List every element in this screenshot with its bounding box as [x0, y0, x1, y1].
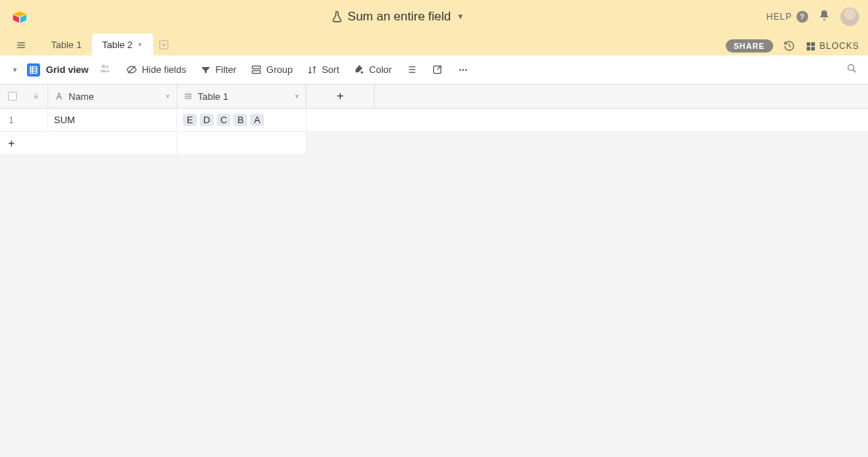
chevron-down-icon[interactable]: ▼ — [294, 93, 300, 100]
title-caret-icon: ▼ — [457, 12, 464, 20]
color-label: Color — [369, 64, 392, 75]
empty-cell — [177, 132, 306, 155]
topbar: Sum an entire field ▼ HELP ? — [0, 0, 868, 33]
svg-point-30 — [460, 69, 461, 70]
linked-record-chip[interactable]: A — [250, 114, 264, 126]
text-field-icon — [54, 91, 64, 101]
add-column-button[interactable]: + — [306, 85, 375, 108]
table-row[interactable]: 1 SUM E D C B A — [0, 109, 868, 132]
add-table-button[interactable] — [153, 34, 175, 55]
row-number[interactable]: 1 — [0, 109, 48, 131]
help-icon: ? — [797, 11, 808, 23]
linked-record-chip[interactable]: D — [200, 114, 214, 126]
add-row-area: + — [0, 132, 868, 155]
base-title: Sum an entire field — [348, 9, 452, 24]
help-button[interactable]: HELP ? — [767, 11, 808, 23]
share-button[interactable]: SHARE — [726, 39, 773, 52]
row-header-meta — [0, 85, 48, 108]
add-row-button[interactable]: + — [0, 132, 177, 155]
row-height-button[interactable] — [406, 64, 417, 75]
grid-view-icon — [27, 63, 40, 77]
tabs-left: Table 1 Table 2 ▼ — [12, 34, 175, 55]
view-menu-caret-icon: ▼ — [12, 66, 18, 74]
svg-rect-20 — [252, 66, 260, 69]
history-button[interactable] — [783, 40, 795, 52]
base-title-group[interactable]: Sum an entire field ▼ — [330, 9, 465, 24]
topbar-right: HELP ? — [767, 7, 859, 26]
lock-icon — [32, 90, 40, 103]
svg-point-32 — [465, 69, 467, 70]
svg-rect-11 — [806, 47, 810, 50]
svg-rect-9 — [806, 42, 810, 45]
svg-point-17 — [102, 64, 106, 68]
tab-table-2[interactable]: Table 2 ▼ — [92, 34, 153, 55]
svg-rect-35 — [34, 95, 38, 98]
tables-menu-button[interactable] — [12, 35, 31, 55]
tab-label: Table 2 — [102, 39, 133, 50]
cell-value: SUM — [54, 114, 75, 125]
tabsbar: Table 1 Table 2 ▼ SHARE BLOCKS — [0, 33, 868, 55]
linked-record-chip[interactable]: B — [233, 114, 247, 126]
color-button[interactable]: Color — [354, 64, 392, 75]
help-label: HELP — [767, 12, 792, 22]
group-label: Group — [266, 64, 292, 75]
flask-icon — [330, 10, 344, 23]
sort-button[interactable]: Sort — [307, 64, 339, 75]
group-button[interactable]: Group — [251, 64, 292, 75]
tab-table-1[interactable]: Table 1 — [41, 34, 92, 55]
column-header-table1[interactable]: Table 1 ▼ — [177, 85, 306, 108]
chevron-down-icon[interactable]: ▼ — [165, 93, 171, 100]
select-all-checkbox[interactable] — [8, 92, 17, 101]
svg-point-31 — [462, 69, 464, 70]
filter-label: Filter — [215, 64, 236, 75]
column-headers-row: Name ▼ Table 1 ▼ + — [0, 85, 868, 109]
column-header-name[interactable]: Name ▼ — [48, 85, 177, 108]
svg-point-18 — [106, 65, 109, 68]
filter-button[interactable]: Filter — [201, 64, 236, 75]
toolbar-left: ▼ Grid view Hide fields Filter Group Sor… — [12, 62, 469, 78]
svg-line-34 — [853, 69, 856, 72]
view-toolbar: ▼ Grid view Hide fields Filter Group Sor… — [0, 55, 868, 85]
linked-record-chip[interactable]: C — [217, 114, 230, 126]
link-field-icon — [183, 91, 193, 101]
more-button[interactable] — [457, 64, 469, 76]
view-switcher[interactable]: ▼ Grid view — [12, 62, 112, 78]
grid-area: Name ▼ Table 1 ▼ + 1 SUM E D C B A + — [0, 85, 868, 457]
svg-rect-10 — [811, 42, 815, 45]
tab-label: Table 1 — [51, 39, 82, 50]
svg-rect-12 — [811, 47, 815, 50]
share-view-button[interactable] — [432, 64, 443, 75]
svg-point-33 — [848, 64, 854, 70]
column-name-label: Name — [69, 91, 94, 102]
sort-label: Sort — [322, 64, 339, 75]
cell-name[interactable]: SUM — [48, 109, 177, 131]
linked-record-chip[interactable]: E — [183, 114, 197, 126]
view-name: Grid view — [46, 64, 89, 75]
hide-fields-button[interactable]: Hide fields — [126, 64, 186, 75]
app-logo[interactable] — [12, 9, 28, 25]
notifications-button[interactable] — [818, 9, 830, 24]
user-avatar[interactable] — [840, 7, 859, 26]
column-name-label: Table 1 — [198, 91, 228, 102]
chevron-down-icon: ▼ — [137, 42, 143, 48]
svg-point-22 — [361, 71, 363, 74]
cell-linked-records[interactable]: E D C B A — [177, 109, 306, 131]
search-button[interactable] — [846, 63, 858, 77]
hide-fields-label: Hide fields — [142, 64, 186, 75]
tabs-right: SHARE BLOCKS — [726, 39, 859, 55]
svg-rect-13 — [30, 66, 36, 73]
svg-rect-21 — [252, 71, 260, 74]
collaborators-icon[interactable] — [98, 62, 112, 78]
blocks-label: BLOCKS — [820, 41, 859, 51]
blocks-button[interactable]: BLOCKS — [805, 41, 859, 52]
